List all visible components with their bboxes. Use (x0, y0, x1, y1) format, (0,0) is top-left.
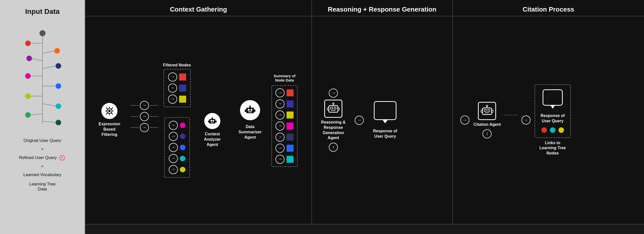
connector-line (131, 127, 138, 128)
summary-row-yellow: → (275, 110, 294, 120)
node-square-yellow (179, 96, 186, 103)
arrow-circle-red: → (140, 101, 149, 110)
svg-rect-32 (246, 108, 254, 113)
connector-line (150, 127, 158, 128)
reasoning-title: Reasoning + Response Generation (312, 0, 452, 16)
reasoning-inner: → (312, 89, 452, 152)
dot-red (541, 127, 547, 133)
svg-point-52 (486, 105, 488, 107)
svg-point-5 (54, 48, 60, 54)
filtered-nodes-box-top: → → → (164, 69, 191, 107)
citation-agent-unit: Citation Agent ↑ (473, 102, 501, 138)
summary-nodes-box: → → → → (271, 85, 298, 167)
svg-rect-54 (492, 110, 493, 112)
sum-arrow-yellow: → (275, 110, 285, 120)
filtered-nodes-label: Filtered Nodes (163, 63, 191, 67)
reasoning-up-arrow: ↑ (329, 143, 338, 152)
dot-teal (550, 127, 555, 133)
summary-row-teal: → (275, 155, 294, 164)
svg-rect-36 (249, 106, 251, 108)
expression-agent-orb (101, 103, 117, 119)
reasoning-agent-label: Reasoning & ResponseGenerationAgent (317, 120, 350, 141)
citation-agent-label: Citation Agent (473, 122, 501, 127)
node-arrow-darkblue: → (169, 132, 178, 141)
arrow-circle-blue: → (140, 112, 149, 121)
context-analyzer-unit: Context AnalyzerAgent (196, 113, 229, 147)
bottom-bar (86, 224, 644, 234)
expression-filter-rows: → → → (131, 101, 158, 132)
svg-line-6 (31, 58, 43, 61)
summary-row-red: → (275, 88, 294, 97)
svg-rect-46 (338, 108, 339, 110)
svg-rect-27 (211, 122, 214, 123)
section-citation: Citation Process → (453, 0, 644, 224)
node-square-red (179, 73, 186, 81)
reasoning-to-response-arrow: → (355, 116, 364, 125)
citation-response-label: Response ofUser Query (541, 113, 565, 124)
svg-rect-38 (254, 109, 255, 112)
svg-point-13 (56, 83, 61, 89)
citation-bubble-tail (550, 105, 555, 109)
sum-arrow-blue2: → (275, 144, 285, 153)
filtered-node-red: → (168, 72, 186, 82)
plus2: + (19, 162, 66, 171)
node-arrow-yellow: → (168, 95, 177, 104)
node-arrow-teal: → (169, 154, 178, 163)
citation-agent-icon (478, 102, 496, 120)
node-arrow-yellow2: → (169, 165, 178, 174)
summary-panel: Summary ofNode Data → → → (271, 74, 298, 167)
bubble-tail (382, 119, 388, 123)
connector-line (131, 116, 138, 117)
svg-point-7 (26, 56, 32, 61)
response-bubble (374, 101, 396, 120)
context-analyzer-label: Context AnalyzerAgent (196, 132, 229, 147)
node-dot-yellow2 (180, 167, 185, 172)
svg-point-17 (56, 103, 61, 109)
svg-rect-25 (211, 120, 212, 122)
filter-row-yellow: → (131, 123, 158, 132)
node-dot-teal (180, 156, 185, 161)
svg-point-9 (56, 63, 61, 69)
node-arrow-red: → (168, 72, 177, 82)
node-square-blue (179, 85, 186, 92)
sum-arrow-teal: → (275, 155, 285, 164)
response-label: Response of User Query (369, 129, 401, 139)
svg-rect-53 (481, 110, 482, 112)
filter-row-red: → (131, 101, 158, 110)
sum-sq-blue (287, 100, 294, 107)
context-gathering-title: Context Gathering (86, 0, 311, 16)
svg-rect-34 (251, 109, 252, 111)
connector-line (150, 116, 158, 117)
reasoning-agent-icon (324, 100, 342, 118)
filtered-node-yellow: → (168, 95, 186, 104)
sum-sq-dblue (287, 134, 294, 141)
query-line1: Original User Query (19, 136, 66, 145)
tree-label: Learning TreeData (29, 182, 56, 192)
reasoning-body: → (312, 16, 452, 224)
summary-row-blue2: → (275, 144, 294, 153)
plus-circle-icon: + (59, 155, 65, 161)
citation-output-arrow: → (521, 115, 531, 125)
svg-rect-41 (334, 107, 336, 109)
svg-point-15 (25, 93, 31, 99)
sections-row: Context Gathering (86, 0, 644, 224)
svg-point-11 (25, 73, 31, 79)
svg-rect-30 (208, 121, 209, 123)
reasoning-arrow-in: → (329, 89, 338, 98)
svg-rect-40 (331, 107, 333, 109)
node-arrow-blue: → (168, 84, 177, 93)
summary-label: Summary ofNode Data (271, 74, 298, 82)
citation-title: Citation Process (453, 0, 644, 16)
plus1: + (19, 145, 66, 153)
sum-sq-pink (287, 123, 294, 130)
citation-body: → (453, 16, 644, 224)
node-dot-pink (180, 123, 185, 128)
svg-point-19 (25, 112, 31, 118)
citation-output-unit: Response ofUser Query Links toLearning T… (535, 84, 571, 156)
svg-rect-47 (482, 108, 492, 114)
sum-arrow-red: → (275, 88, 285, 97)
reasoning-agent-unit: → (317, 89, 350, 152)
input-panel-title: Input Data (25, 8, 60, 16)
filtered-node-yellow2: → (169, 165, 185, 174)
context-analyzer-orb (204, 113, 220, 129)
